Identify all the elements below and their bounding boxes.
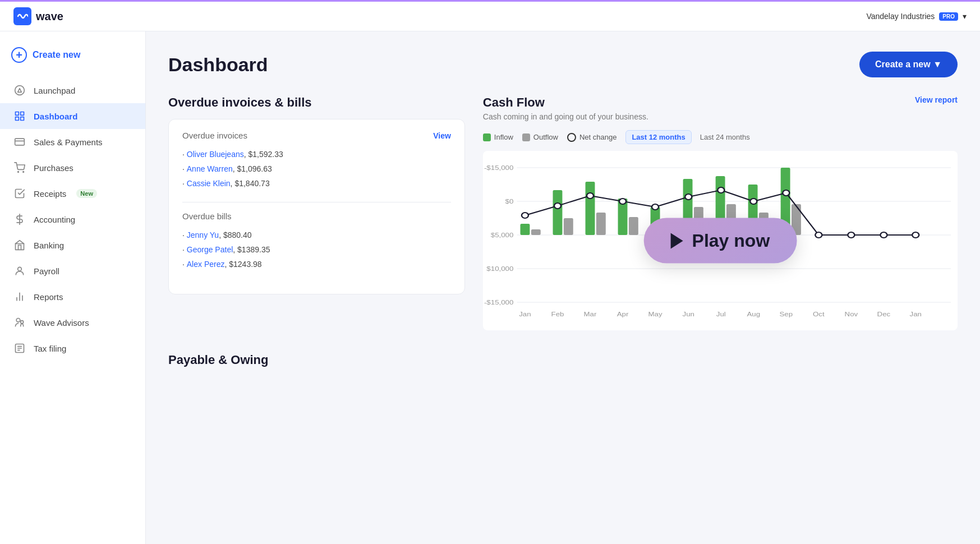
outflow-label: Outflow bbox=[533, 133, 558, 141]
payroll-icon bbox=[13, 265, 26, 277]
pro-badge: PRO bbox=[939, 12, 958, 21]
cashflow-description: Cash coming in and going out of your bus… bbox=[483, 112, 756, 121]
overdue-title: Overdue invoices & bills bbox=[168, 95, 465, 110]
dashboard-icon bbox=[13, 110, 26, 122]
sidebar-item-banking[interactable]: Banking bbox=[0, 232, 145, 258]
svg-rect-0 bbox=[16, 112, 19, 116]
sidebar-item-purchases[interactable]: Purchases bbox=[0, 155, 145, 181]
cashflow-title-group: Cash Flow Cash coming in and going out o… bbox=[483, 95, 756, 144]
sidebar-item-receipts[interactable]: Receipts New bbox=[0, 181, 145, 206]
svg-point-65 bbox=[815, 232, 822, 238]
svg-text:Dec: Dec bbox=[877, 311, 890, 318]
svg-text:Jan: Jan bbox=[519, 311, 531, 318]
svg-rect-2 bbox=[21, 117, 24, 121]
legend-outflow: Outflow bbox=[522, 133, 558, 141]
svg-point-67 bbox=[880, 232, 887, 238]
sidebar-create-section: + Create new bbox=[0, 31, 145, 73]
sidebar-item-label: Payroll bbox=[34, 266, 59, 276]
sidebar-item-label: Purchases bbox=[34, 163, 73, 173]
sidebar-item-label: Wave Advisors bbox=[34, 318, 89, 328]
chevron-down-icon: ▾ bbox=[963, 12, 967, 21]
svg-point-62 bbox=[717, 187, 724, 193]
overdue-section: Overdue invoices & bills Overdue invoice… bbox=[168, 95, 465, 330]
svg-text:Oct: Oct bbox=[813, 311, 825, 318]
company-selector[interactable]: Vandelay Industries PRO ▾ bbox=[866, 12, 967, 21]
svg-text:Apr: Apr bbox=[617, 311, 629, 318]
svg-text:$5,000: $5,000 bbox=[491, 232, 514, 239]
svg-text:Feb: Feb bbox=[551, 311, 564, 318]
svg-text:Jun: Jun bbox=[682, 311, 694, 318]
sidebar-item-accounting[interactable]: Accounting bbox=[0, 206, 145, 232]
cashflow-legend: Inflow Outflow Net change La bbox=[483, 130, 756, 144]
sidebar-item-label: Launchpad bbox=[34, 86, 75, 95]
bill-link-2[interactable]: George Patel bbox=[187, 245, 233, 254]
page-header: Dashboard Create a new ▼ bbox=[168, 52, 958, 77]
overdue-invoices-block: Overdue invoices View · Oliver Bluejeans… bbox=[182, 131, 451, 191]
overdue-bills-title: Overdue bills bbox=[182, 211, 232, 221]
sidebar-item-dashboard[interactable]: Dashboard bbox=[0, 103, 145, 129]
sidebar: + Create new Launchpad Dashboard bbox=[0, 31, 146, 544]
svg-point-64 bbox=[783, 190, 789, 196]
sidebar-item-wave-advisors[interactable]: Wave Advisors bbox=[0, 310, 145, 335]
cashflow-section: Cash Flow Cash coming in and going out o… bbox=[483, 95, 958, 330]
view-report-button[interactable]: View report bbox=[915, 95, 958, 104]
svg-point-10 bbox=[18, 267, 22, 271]
invoice-link-1[interactable]: Oliver Bluejeans bbox=[187, 150, 244, 159]
svg-rect-1 bbox=[21, 112, 24, 116]
page-title: Dashboard bbox=[168, 54, 268, 76]
sidebar-create-new-button[interactable]: + Create new bbox=[11, 43, 80, 67]
sidebar-item-tax-filing[interactable]: Tax filing bbox=[0, 335, 145, 361]
create-new-header-button[interactable]: Create a new ▼ bbox=[859, 52, 958, 77]
bill-link-3[interactable]: Alex Perez bbox=[187, 260, 225, 269]
svg-text:Jan: Jan bbox=[909, 311, 921, 318]
view-invoices-button[interactable]: View bbox=[433, 131, 451, 140]
cashflow-header: Cash Flow Cash coming in and going out o… bbox=[483, 95, 958, 144]
sidebar-item-sales[interactable]: Sales & Payments bbox=[0, 129, 145, 155]
svg-point-14 bbox=[16, 319, 20, 322]
filter-24-months[interactable]: Last 24 months bbox=[694, 130, 756, 144]
sidebar-item-payroll[interactable]: Payroll bbox=[0, 258, 145, 284]
company-name: Vandelay Industries bbox=[866, 12, 935, 21]
wave-logo-icon bbox=[13, 7, 31, 25]
svg-point-68 bbox=[912, 232, 919, 238]
main-content: Dashboard Create a new ▼ Overdue invoice… bbox=[146, 31, 980, 544]
cashflow-chart: -$15,000 $0 $5,000 $10,000 -$15,000 bbox=[483, 151, 958, 330]
play-now-overlay[interactable]: Play now bbox=[644, 218, 797, 264]
overdue-bills-header: Overdue bills bbox=[182, 211, 451, 221]
sales-icon bbox=[13, 136, 26, 148]
overdue-invoices-title: Overdue invoices bbox=[182, 131, 247, 140]
sidebar-item-launchpad[interactable]: Launchpad bbox=[0, 77, 145, 103]
purchases-icon bbox=[13, 162, 26, 174]
svg-point-58 bbox=[587, 193, 593, 199]
cashflow-title: Cash Flow bbox=[483, 95, 756, 110]
legend-inflow: Inflow bbox=[483, 133, 513, 141]
svg-text:Mar: Mar bbox=[583, 311, 596, 318]
svg-point-15 bbox=[21, 321, 24, 324]
svg-text:May: May bbox=[648, 311, 662, 318]
rocket-icon bbox=[13, 84, 26, 96]
reports-icon bbox=[13, 291, 26, 303]
advisors-icon bbox=[13, 316, 26, 329]
svg-rect-32 bbox=[553, 190, 562, 235]
svg-text:Aug: Aug bbox=[747, 311, 760, 318]
overdue-bill-item-1: · Jenny Yu, $880.40 bbox=[182, 228, 451, 242]
svg-point-60 bbox=[652, 204, 659, 210]
svg-text:-$15,000: -$15,000 bbox=[484, 164, 514, 172]
outflow-color bbox=[522, 133, 530, 141]
invoice-link-3[interactable]: Cassie Klein bbox=[187, 179, 231, 188]
svg-text:-$15,000: -$15,000 bbox=[484, 299, 514, 306]
sidebar-nav: Launchpad Dashboard Sales & Payments bbox=[0, 73, 145, 366]
logo-text: wave bbox=[36, 10, 63, 23]
filter-12-months[interactable]: Last 12 months bbox=[625, 130, 691, 144]
new-badge: New bbox=[76, 189, 97, 198]
overdue-bills-block: Overdue bills · Jenny Yu, $880.40 · Geor… bbox=[182, 211, 451, 271]
svg-point-61 bbox=[685, 194, 692, 200]
accounting-icon bbox=[13, 213, 26, 225]
overdue-invoice-item-2: · Anne Warren, $1,096.63 bbox=[182, 162, 451, 176]
invoice-link-2[interactable]: Anne Warren bbox=[187, 164, 233, 173]
sidebar-item-reports[interactable]: Reports bbox=[0, 284, 145, 310]
svg-point-7 bbox=[23, 172, 24, 173]
bill-link-1[interactable]: Jenny Yu bbox=[187, 230, 219, 239]
svg-point-6 bbox=[18, 172, 19, 173]
svg-text:Sep: Sep bbox=[779, 311, 793, 318]
